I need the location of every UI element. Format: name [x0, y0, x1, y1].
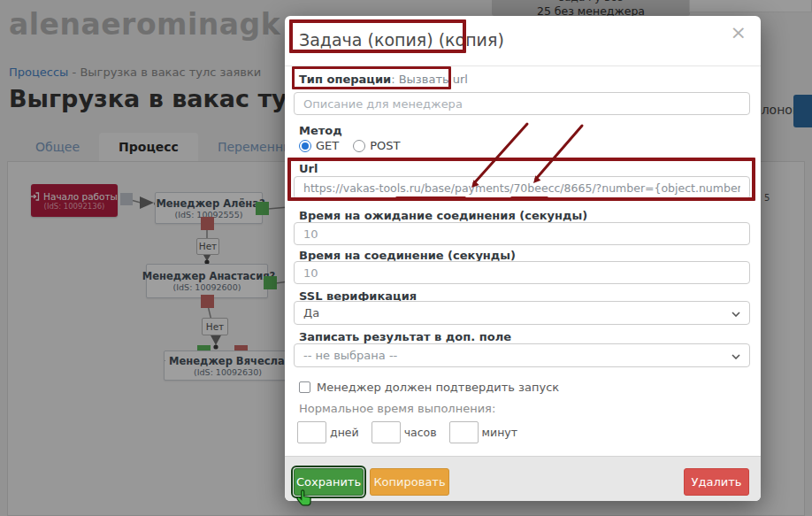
- result-field-value: -- не выбрана --: [303, 349, 397, 362]
- hours-unit-label: часов: [404, 426, 437, 439]
- method-label: Метод: [299, 124, 747, 137]
- checkbox-icon[interactable]: [299, 381, 310, 393]
- days-input[interactable]: [297, 421, 326, 443]
- confirm-checkbox-row[interactable]: Менеджер должен подтвердить запуск: [299, 381, 559, 394]
- description-input[interactable]: [294, 92, 750, 115]
- radio-get[interactable]: GET: [299, 139, 339, 152]
- chevron-down-icon: [732, 354, 740, 359]
- confirm-checkbox-label: Менеджер должен подтвердить запуск: [317, 381, 559, 394]
- url-input[interactable]: [294, 176, 750, 199]
- result-field-select[interactable]: -- не выбрана --: [294, 343, 750, 367]
- result-field-label: Записать результат в доп. поле: [299, 330, 747, 343]
- ssl-select-value: Да: [303, 306, 319, 320]
- delete-button[interactable]: Удалить: [684, 468, 749, 496]
- wait-timeout-label: Время на ожидание соединения (секунды): [299, 209, 747, 222]
- copy-button[interactable]: Копировать: [370, 468, 449, 496]
- normal-time-inputs: дней часов минут: [297, 421, 530, 443]
- wait-timeout-input[interactable]: [294, 222, 750, 245]
- modal-title: Задача (копия) (копия): [299, 30, 504, 50]
- operation-type-label: Тип операции: [299, 73, 391, 86]
- chevron-down-icon: [732, 312, 740, 317]
- close-icon[interactable]: ×: [731, 21, 747, 43]
- normal-time-label: Нормальное время выполнения:: [299, 402, 747, 415]
- ssl-select[interactable]: Да: [294, 301, 750, 325]
- operation-type-value: : Вызвать url: [391, 73, 468, 86]
- screen: alenaerominagk задач у все 25 без менедж…: [0, 0, 812, 516]
- conn-timeout-label: Время на соединение (секунды): [299, 249, 747, 262]
- radio-post-label: POST: [370, 139, 400, 152]
- operation-type-row: Тип операции: Вызвать url: [299, 73, 747, 86]
- conn-timeout-input[interactable]: [294, 261, 750, 284]
- task-modal: × Задача (копия) (копия) Тип операции: В…: [285, 16, 761, 501]
- divider: [285, 65, 761, 66]
- radio-selected-icon[interactable]: [299, 140, 311, 152]
- save-button[interactable]: Сохранить: [294, 468, 364, 496]
- radio-post[interactable]: POST: [353, 139, 400, 152]
- method-radio-group: GET POST: [299, 139, 401, 152]
- minutes-input[interactable]: [449, 421, 479, 443]
- radio-unselected-icon[interactable]: [353, 140, 365, 152]
- hours-input[interactable]: [372, 421, 401, 443]
- modal-footer: Сохранить Копировать Удалить: [285, 456, 761, 501]
- minutes-unit-label: минут: [482, 426, 517, 439]
- radio-get-label: GET: [316, 139, 339, 152]
- days-unit-label: дней: [330, 426, 359, 439]
- url-label: Url: [299, 162, 747, 175]
